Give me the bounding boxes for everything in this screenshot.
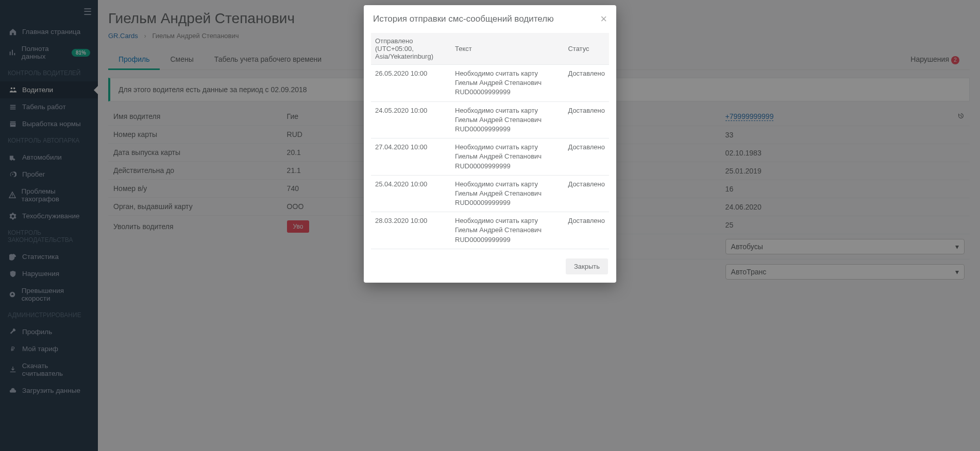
cell-sent: 27.04.2020 10:00: [371, 138, 451, 176]
col-sent: Отправлено (UTC+05:00, Asia/Yekaterinbur…: [371, 33, 451, 65]
cell-sent: 24.05.2020 10:00: [371, 101, 451, 138]
cell-text: Необходимо считать карту Гиельм Андрей С…: [451, 138, 564, 176]
sms-history-table: Отправлено (UTC+05:00, Asia/Yekaterinbur…: [371, 33, 609, 249]
table-row: 25.04.2020 10:00Необходимо считать карту…: [371, 175, 609, 212]
cell-status: Доставлено: [564, 175, 609, 212]
table-row: 28.03.2020 10:00Необходимо считать карту…: [371, 212, 609, 249]
cell-sent: 28.03.2020 10:00: [371, 212, 451, 249]
table-row: 26.05.2020 10:00Необходимо считать карту…: [371, 65, 609, 102]
cell-text: Необходимо считать карту Гиельм Андрей С…: [451, 175, 564, 212]
cell-status: Доставлено: [564, 65, 609, 102]
modal-title: История отправки смс-сообщений водителю: [373, 14, 554, 24]
col-text: Текст: [451, 33, 564, 65]
cell-status: Доставлено: [564, 138, 609, 176]
cell-sent: 26.05.2020 10:00: [371, 65, 451, 102]
cell-status: Доставлено: [564, 212, 609, 249]
modal-footer: Закрыть: [364, 252, 616, 283]
table-row: 27.04.2020 10:00Необходимо считать карту…: [371, 138, 609, 176]
cell-text: Необходимо считать карту Гиельм Андрей С…: [451, 65, 564, 102]
modal-close-button[interactable]: ×: [600, 13, 607, 25]
table-row: 24.05.2020 10:00Необходимо считать карту…: [371, 101, 609, 138]
cell-text: Необходимо считать карту Гиельм Андрей С…: [451, 101, 564, 138]
sms-history-modal: История отправки смс-сообщений водителю …: [364, 5, 616, 283]
cell-status: Доставлено: [564, 101, 609, 138]
modal-body: Отправлено (UTC+05:00, Asia/Yekaterinbur…: [364, 32, 616, 252]
cell-sent: 25.04.2020 10:00: [371, 175, 451, 212]
col-status: Статус: [564, 33, 609, 65]
close-button[interactable]: Закрыть: [566, 258, 608, 274]
modal-header: История отправки смс-сообщений водителю …: [364, 5, 616, 32]
cell-text: Необходимо считать карту Гиельм Андрей С…: [451, 212, 564, 249]
